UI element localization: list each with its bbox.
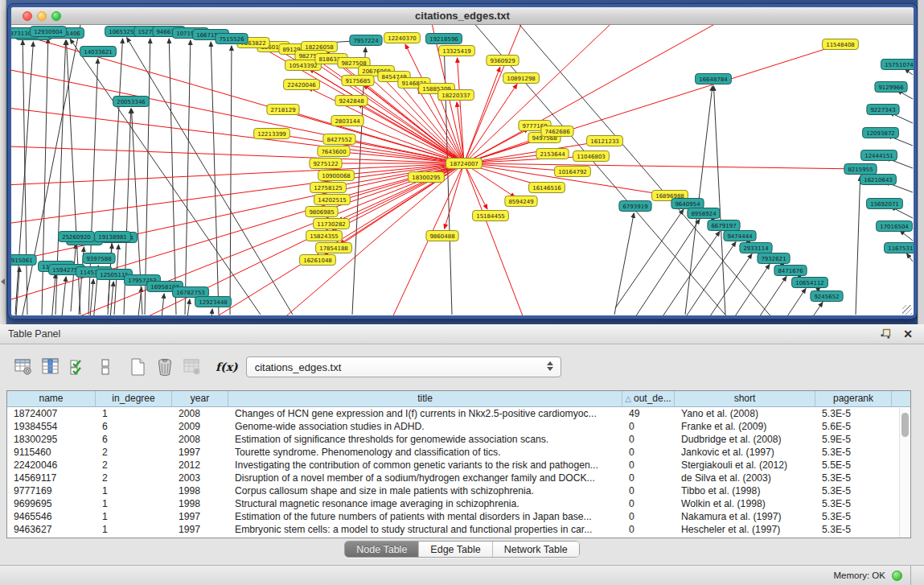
table-cell[interactable]: 9115460	[7, 446, 96, 459]
window-titlebar[interactable]: citations_edges.txt	[11, 7, 914, 25]
network-window[interactable]: citations_edges.txt 18724007886012389129…	[8, 4, 917, 319]
table-cell[interactable]: Nakamura et al. (1997)	[675, 510, 815, 523]
graph-node[interactable]: 12758125	[310, 183, 347, 193]
graph-node[interactable]: 7957224	[350, 35, 382, 46]
graph-node[interactable]: 18724007	[446, 159, 483, 169]
table-cell[interactable]: Dudbridge et al. (2008)	[675, 433, 815, 446]
graph-node[interactable]: 12093872	[863, 128, 899, 138]
column-header-year[interactable]: year	[172, 391, 228, 406]
table-cell[interactable]: Estimation of significance thresholds fo…	[228, 433, 622, 446]
graph-node[interactable]: 10891298	[503, 73, 540, 84]
table-cell[interactable]: Tourette syndrome. Phenomenology and cla…	[228, 446, 622, 459]
graph-node[interactable]: 18300295	[409, 172, 445, 183]
graph-node[interactable]: 7515526	[216, 34, 248, 44]
graph-edge[interactable]	[464, 163, 526, 316]
graph-node[interactable]: 15824355	[306, 231, 343, 241]
graph-edge[interactable]	[703, 264, 770, 316]
table-cell[interactable]: Yano et al. (2008)	[675, 407, 815, 420]
close-window-button[interactable]	[23, 11, 32, 21]
graph-node[interactable]: 7643600	[318, 146, 350, 157]
table-cell[interactable]: Investigating the contribution of common…	[228, 459, 622, 472]
table-cell[interactable]: 2003	[172, 472, 228, 484]
graph-node[interactable]: 2718129	[267, 105, 299, 115]
table-row[interactable]: 1830029562008Estimation of significance …	[7, 433, 910, 446]
table-cell[interactable]: 19384554	[7, 420, 96, 433]
graph-edge[interactable]	[464, 163, 487, 209]
graph-node[interactable]: 10654112	[792, 278, 828, 288]
table-cell[interactable]: 9465546	[7, 510, 96, 523]
graph-node[interactable]: 9129966	[875, 82, 907, 93]
table-cell[interactable]: 0	[622, 484, 675, 497]
graph-edge[interactable]	[209, 309, 212, 316]
graph-node[interactable]: 9275122	[310, 159, 342, 169]
graph-node[interactable]: 2933114	[740, 243, 772, 253]
table-cell[interactable]: Disruption of a novel member of a sodium…	[228, 472, 622, 484]
graph-node[interactable]: 2803144	[331, 116, 363, 126]
graph-edge[interactable]	[464, 47, 833, 163]
table-cell[interactable]: 1	[96, 484, 172, 497]
graph-node[interactable]: 11046803	[573, 151, 610, 162]
graph-node[interactable]: 11730282	[314, 219, 350, 229]
graph-node[interactable]: 9640954	[671, 199, 704, 209]
table-row[interactable]: 946554611997Estimation of the future num…	[7, 510, 910, 523]
table-cell[interactable]: Stergiakouli et al. (2012)	[675, 459, 815, 472]
column-header-out_de[interactable]: △out_de...	[622, 391, 675, 406]
graph-node[interactable]: 17016504	[877, 221, 913, 232]
table-cell[interactable]: Franke et al. (2009)	[675, 420, 815, 433]
table-cell[interactable]: Hescheler et al. (1997)	[675, 523, 815, 536]
table-cell[interactable]: 9777169	[7, 484, 96, 497]
column-header-name[interactable]: name	[7, 391, 96, 406]
graph-node[interactable]: 9397588	[83, 253, 115, 264]
graph-node[interactable]: 8594249	[505, 196, 537, 207]
graph-edge[interactable]	[756, 302, 823, 316]
graph-edge[interactable]	[42, 39, 48, 315]
function-builder-button[interactable]: f(x)	[216, 360, 238, 373]
table-cell[interactable]: 5.9E-5	[815, 433, 892, 446]
graph-edge[interactable]	[11, 163, 464, 226]
table-cell[interactable]: 18724007	[7, 407, 96, 420]
table-cell[interactable]: Jankovic et al. (1997)	[675, 446, 815, 459]
graph-node[interactable]: 8471676	[774, 266, 807, 276]
graph-edge[interactable]	[11, 163, 464, 266]
graph-node[interactable]: 16121233	[587, 136, 623, 146]
table-cell[interactable]: 5.3E-5	[815, 472, 892, 484]
table-cell[interactable]: 2008	[172, 407, 228, 420]
table-cell[interactable]: 6	[96, 433, 172, 446]
graph-node[interactable]: 16782753	[173, 287, 209, 298]
float-panel-button[interactable]	[877, 327, 893, 341]
graph-node[interactable]: 25260920	[59, 232, 95, 242]
table-cell[interactable]: 9699695	[7, 497, 96, 510]
graph-edge[interactable]	[713, 86, 725, 315]
citation-network-graph[interactable]: 1872400788601238912954182260589827509105…	[11, 25, 914, 316]
graph-node[interactable]: 9806985	[306, 207, 338, 217]
graph-edge[interactable]	[614, 213, 634, 315]
table-row[interactable]: 946362711997Embryonic stem cells: a mode…	[7, 523, 910, 536]
graph-node[interactable]: 12930904	[31, 27, 67, 37]
table-cell[interactable]: 22420046	[7, 459, 96, 472]
table-cell[interactable]: Tibbo et al. (1998)	[675, 484, 815, 497]
graph-edge[interactable]	[669, 241, 736, 316]
graph-node[interactable]: 22420046	[284, 80, 320, 90]
graph-edge[interactable]	[160, 294, 164, 316]
column-header-title[interactable]: title	[228, 391, 622, 406]
deselect-all-button[interactable]	[93, 355, 117, 379]
graph-node[interactable]: 12240370	[384, 33, 421, 43]
table-cell[interactable]: 6	[96, 420, 172, 433]
graph-node[interactable]: 19138981	[95, 232, 131, 242]
table-row[interactable]: 977716911998Corpus callosum shape and si…	[7, 484, 910, 497]
graph-edge[interactable]	[23, 40, 27, 315]
table-cell[interactable]: 1998	[172, 484, 228, 497]
table-cell[interactable]: 0	[622, 523, 675, 536]
graph-node[interactable]: 9915061	[11, 255, 36, 266]
graph-node[interactable]: 6679197	[708, 220, 740, 231]
table-cell[interactable]: 1997	[172, 446, 228, 459]
graph-edge[interactable]	[506, 25, 783, 316]
graph-node[interactable]: 10164792	[555, 167, 591, 177]
table-cell[interactable]: 5.3E-5	[815, 446, 892, 459]
scrollbar-thumb[interactable]	[901, 413, 909, 437]
graph-edge[interactable]	[900, 231, 913, 241]
table-cell[interactable]: 2008	[172, 433, 228, 446]
graph-node[interactable]: 2153644	[536, 149, 569, 159]
table-cell[interactable]: 0	[622, 459, 675, 472]
table-cell[interactable]: Changes of HCN gene expression and I(f) …	[228, 407, 622, 420]
